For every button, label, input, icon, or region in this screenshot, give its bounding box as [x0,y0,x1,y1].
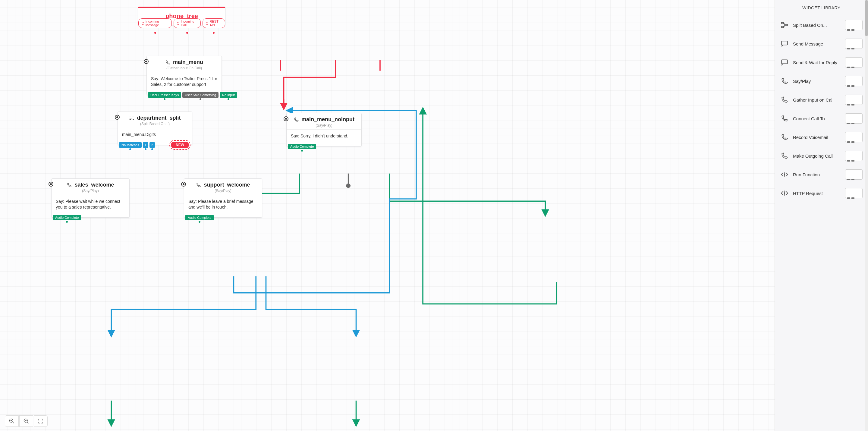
widget-thumbnail [845,38,863,49]
widget-label: Record Voicemail [793,135,841,140]
widget-thumbnail [845,20,863,30]
zoom-out-button[interactable] [19,415,33,427]
edges-layer [0,0,868,431]
svg-point-0 [346,184,350,188]
node-title: main_menu_noinput [301,116,354,123]
split-icon [129,116,134,121]
trigger-output-rest-api[interactable]: REST API [203,19,225,28]
msg-icon [780,40,789,48]
output-no-matches[interactable]: No Matches [119,142,142,148]
phone-icon [780,115,789,122]
phone-icon [780,77,789,85]
widget-thumbnail [845,170,863,180]
output-audio-complete[interactable]: Audio Complete [288,144,316,149]
widget-library-item[interactable]: Send Message [775,34,868,53]
widget-library-item[interactable]: Record Voicemail [775,128,868,147]
widget-library-title: WIDGET LIBRARY [775,0,868,16]
code-icon [780,189,789,197]
widget-library-item[interactable]: Run Function [775,165,868,184]
output-1[interactable]: 1 [143,142,148,148]
svg-rect-5 [781,60,787,64]
widget-thumbnail [845,113,863,124]
widget-label: Connect Call To [793,116,841,121]
widget-library-item[interactable]: HTTP Request [775,184,868,203]
trigger-output-incoming-call[interactable]: Incoming Call [174,19,201,28]
fit-icon [38,418,43,424]
svg-rect-3 [785,24,788,26]
widget-thumbnail [845,132,863,142]
node-department-split[interactable]: department_split (Split Based On...) mai… [118,112,192,145]
node-main-menu[interactable]: main_menu (Gather Input On Call) Say: We… [147,56,222,95]
widget-library-item[interactable]: Say/Play [775,72,868,90]
node-subtitle: (Split Based On...) [140,122,170,126]
phone-icon [780,133,789,141]
widget-label: Gather Input on Call [793,97,841,102]
widget-thumbnail [845,76,863,86]
widget-label: Run Function [793,172,841,177]
output-no-input[interactable]: No Input [220,92,237,98]
widget-library-item[interactable]: Connect Call To [775,109,868,128]
node-title: sales_welcome [74,182,114,188]
node-body: Say: Welcome to Twilio. Press 1 for Sale… [147,72,221,95]
node-body: Say: Please leave a brief message and we… [184,195,262,217]
flow-canvas[interactable]: phone_tree Incoming Message Incoming Cal… [0,0,868,431]
node-subtitle: (Say/Play) [82,189,98,193]
widget-thumbnail [845,151,863,161]
node-title: support_welcome [204,182,250,188]
phone-icon [165,60,170,65]
phone-icon [67,182,72,188]
widget-library-item[interactable]: Send & Wait for Reply [775,53,868,72]
sidebar-scrollbar[interactable] [865,0,868,431]
output-user-said-something[interactable]: User Said Something [182,92,218,98]
phone-icon [780,96,789,104]
widget-thumbnail [845,188,863,198]
widget-library-item[interactable]: Split Based On... [775,16,868,34]
phone-icon [293,117,299,122]
zoom-fit-button[interactable] [34,415,48,427]
output-2[interactable]: 2 [150,142,155,148]
new-transition-button[interactable]: NEW [171,142,189,148]
trigger-output-incoming-message[interactable]: Incoming Message [138,19,172,28]
widget-library-item[interactable]: Make Outgoing Call [775,147,868,165]
zoom-in-button[interactable] [5,415,19,427]
svg-rect-1 [781,22,784,24]
node-support-welcome[interactable]: support_welcome (Say/Play) Say: Please l… [184,178,262,218]
widget-label: Split Based On... [793,23,841,28]
node-title: main_menu [173,59,203,65]
widget-thumbnail [845,95,863,105]
widget-library-item[interactable]: Gather Input on Call [775,90,868,109]
phone-icon [196,182,201,188]
output-audio-complete[interactable]: Audio Complete [185,215,214,220]
node-subtitle: (Say/Play) [215,189,231,193]
output-user-pressed-keys[interactable]: User Pressed Keys [148,92,181,98]
node-body: Say: Please wait while we connect you to… [52,195,129,217]
widget-label: Send Message [793,41,841,47]
node-sales-welcome[interactable]: sales_welcome (Say/Play) Say: Please wai… [51,178,130,218]
msg-icon [780,59,789,66]
node-subtitle: (Say/Play) [315,123,332,127]
zoom-in-icon [9,418,15,424]
widget-thumbnail [845,57,863,67]
output-audio-complete[interactable]: Audio Complete [53,215,81,220]
phone-icon [780,152,789,160]
svg-line-11 [27,422,29,424]
split-icon [780,21,789,29]
svg-line-7 [13,422,14,424]
node-title: department_split [137,115,181,121]
widget-label: Make Outgoing Call [793,153,841,158]
code-icon [780,171,789,178]
zoom-controls [5,415,48,427]
widget-label: Send & Wait for Reply [793,60,841,65]
widget-library-panel: WIDGET LIBRARY Split Based On...Send Mes… [775,0,868,431]
svg-rect-4 [781,41,787,45]
widget-label: Say/Play [793,79,841,84]
svg-rect-2 [781,26,784,27]
node-subtitle: (Gather Input On Call) [166,66,202,70]
zoom-out-icon [23,418,29,424]
node-main-menu-noinput[interactable]: main_menu_noinput (Say/Play) Say: Sorry,… [286,113,362,147]
trigger-node[interactable]: phone_tree Incoming Message Incoming Cal… [138,7,225,25]
widget-label: HTTP Request [793,191,841,196]
